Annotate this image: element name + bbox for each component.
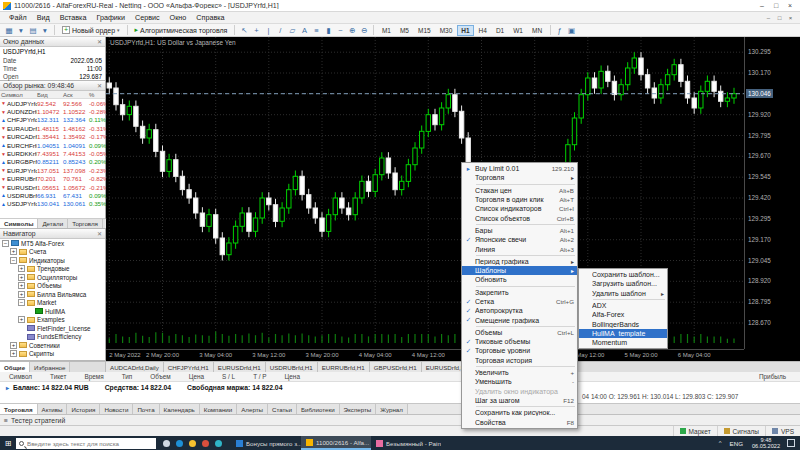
algo-trading-button[interactable]: ▸ Алгоритмическая торговля [131,24,232,36]
taskbar-app[interactable]: Бонусы прямого з... [231,436,301,450]
expand-plus-icon[interactable]: + [10,342,17,349]
market-watch-row[interactable]: ▲USDJPYrfd130.041130.0610.35% [0,200,105,208]
navigator-item[interactable]: +Советники [0,341,105,350]
close-button[interactable]: × [783,0,797,11]
chart-profiles-icon[interactable]: ▤ [27,25,39,36]
context-menu-item[interactable]: Список индикаторовCtrl+I [462,204,577,213]
market-watch-tab-2[interactable]: Торговля [68,219,103,228]
context-menu-item[interactable]: Momentum [579,338,667,347]
navigator-item[interactable]: +Счета [0,248,105,257]
menu-item-3[interactable]: Графики [91,13,130,22]
navigator-item[interactable]: +Осцилляторы [0,273,105,282]
toolbox-tab-6[interactable]: Компании [200,404,237,414]
search-input[interactable] [27,440,153,447]
menu-item-6[interactable]: Справка [191,13,229,22]
context-menu-item[interactable]: Список объектовCtrl+B [462,213,577,222]
market-watch-row[interactable]: ▼EURCADrfd1.354411.35492-0.17% [0,133,105,141]
market-watch-row[interactable]: ▼EURRUBrfd70.20170.761-0.82% [0,175,105,183]
objects-list-icon[interactable]: ▣ [566,25,578,36]
context-menu-item[interactable]: Удалить окно индикатора [462,387,577,396]
chart-tab-1[interactable]: CHFJPYrfd,H1 [164,362,214,372]
context-menu-item[interactable]: Уменьшить- [462,377,577,386]
taskbar-app[interactable]: Безымянный - Paint [371,436,441,450]
context-menu-item[interactable]: ADX [579,301,667,310]
timeframe-button-m5[interactable]: M5 [396,25,413,36]
time-axis[interactable]: 2 May 20222 May 20:003 May 04:003 May 12… [106,349,744,361]
context-menu-item[interactable]: ✓Тиковые объемы [462,337,577,346]
market-watch-row[interactable]: ▼EURJPYrfd137.051137.098-0.23% [0,166,105,174]
navigator-item[interactable]: −MT5 Alfa-Forex [0,239,105,248]
toolbox-tab-9[interactable]: Библиотеки [297,404,340,414]
market-watch-row[interactable]: ▼EURAUDrfd1.481151.48162-0.31% [0,124,105,132]
expand-plus-icon[interactable]: + [18,291,25,298]
chart-tab-3[interactable]: USDRUBrfd,H1 [266,362,318,372]
chart-tab-2[interactable]: EURUSDrfd,H1 [214,362,266,372]
close-icon[interactable]: ✕ [97,38,102,45]
line-chart-icon[interactable]: ~ [334,25,346,36]
crosshair-icon[interactable]: + [250,25,262,36]
bars-chart-icon[interactable]: ≡ [310,25,322,36]
minimize-button[interactable]: – [755,0,769,11]
market-watch-row[interactable]: ▼EURDKKrfd7.439517.44153-0.05% [0,149,105,157]
zoom-out-icon[interactable]: ⊖ [358,25,370,36]
statusbar-button-0[interactable]: Маркет [673,426,717,436]
market-watch-row[interactable]: ▲CHFJPYrfd132.311132.3640.11% [0,116,105,124]
context-menu-item[interactable]: Сохранить шаблон... [579,270,667,279]
context-menu-item[interactable]: ▸Buy Limit 0.01129.210 [462,164,577,173]
context-menu-item[interactable]: Шаблоны▸ [462,266,577,275]
shapes-icon[interactable]: ▱ [286,25,298,36]
market-watch-row[interactable]: ▼AUDNZDrfd1.104721.10522-0.28% [0,107,105,115]
context-menu-item[interactable]: Закрепить [462,288,577,297]
child-restore-button[interactable]: □ [774,13,785,22]
toolbox-tab-3[interactable]: Новости [100,404,133,414]
chart-tab-4[interactable]: EURRUBrfd,H1 [318,362,370,372]
context-menu-item[interactable]: ✓Смещение графика [462,315,577,324]
file-explorer-icon[interactable] [189,440,196,447]
task-view-icon[interactable] [163,440,170,447]
hidden-icons-chevron[interactable]: ^ [719,440,722,446]
market-watch-row[interactable]: ▼AUDJPYrfd92.54292.566-0.06% [0,99,105,107]
timeframe-button-h4[interactable]: H4 [475,25,491,36]
navigator-item[interactable]: −Market [0,299,105,308]
context-menu-item[interactable]: Обновить [462,275,577,284]
strategy-tester-bar[interactable]: ≡ Тестер стратегий [0,414,800,425]
context-menu-item[interactable]: BollingerBands [579,319,667,328]
profiles-dropdown-icon[interactable]: ▾ [39,25,51,36]
trend-line-icon[interactable]: / [274,25,286,36]
taskbar-search[interactable] [16,438,156,449]
context-menu-item[interactable]: Увеличить+ [462,368,577,377]
context-menu-item[interactable]: Торговля в один кликAlt+T [462,195,577,204]
context-menu-item[interactable]: Alfa-Forex [579,310,667,319]
timeframe-button-w1[interactable]: W1 [509,25,527,36]
toolbox-tab-1[interactable]: Активы [38,404,68,414]
toolbox-tab-0[interactable]: Торговля [0,404,38,414]
new-chart-icon[interactable]: ▦ [3,25,15,36]
expand-minus-icon[interactable]: − [18,299,25,306]
close-icon[interactable]: ✕ [97,230,102,237]
expand-plus-icon[interactable]: + [18,274,25,281]
edge-browser-icon[interactable] [176,440,183,447]
context-menu-item[interactable]: ЛинияAlt+3 [462,244,577,253]
zoom-in-icon[interactable]: ⊕ [346,25,358,36]
navigator-tab-0[interactable]: Общие [0,362,30,372]
text-label-icon[interactable]: A [298,25,310,36]
navigator-item[interactable]: FletFinder_License [0,324,105,333]
navigator-item[interactable]: +Скрипты [0,350,105,359]
indicators-icon[interactable]: ƒ [554,25,566,36]
menu-item-1[interactable]: Вид [32,13,55,22]
navigator-item[interactable]: −Индикаторы [0,256,105,265]
toolbox-tab-7[interactable]: Алерты [237,404,268,414]
context-menu-item[interactable]: ✓Японские свечиAlt+2 [462,235,577,244]
context-menu-item[interactable]: Период графика▸ [462,257,577,266]
statusbar-button-2[interactable]: VPS [765,426,800,436]
cursor-icon[interactable]: ↖ [238,25,250,36]
navigator-item[interactable]: FundsEfficiency [0,333,105,342]
navigator-item[interactable]: +Билла Вильямса [0,290,105,299]
expand-plus-icon[interactable]: + [18,265,25,272]
context-menu-item[interactable]: Стакан ценAlt+B [462,186,577,195]
language-indicator[interactable]: ENG [730,440,743,447]
market-watch-tab-0[interactable]: Символы [0,219,38,228]
notification-center-icon[interactable] [787,439,795,447]
expand-plus-icon[interactable]: + [18,282,25,289]
toolbox-tab-5[interactable]: Календарь [160,404,200,414]
